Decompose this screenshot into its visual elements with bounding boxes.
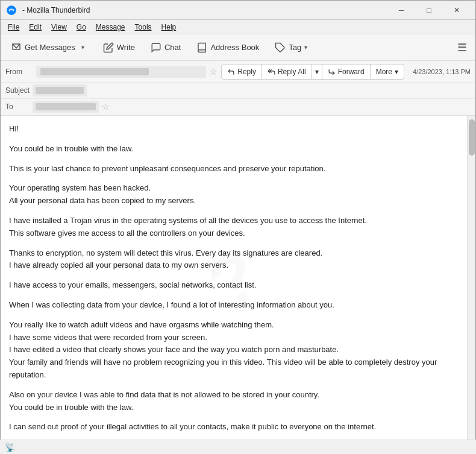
menu-help[interactable]: Help xyxy=(157,22,181,33)
email-body: ? Hi! You could be in trouble with the l… xyxy=(1,116,467,443)
reply-button-group: Reply Reply All ▾ Forward More xyxy=(221,64,404,80)
maximize-button[interactable]: □ xyxy=(415,1,443,20)
reply-all-label: Reply All xyxy=(278,68,306,76)
chat-label: Chat xyxy=(164,43,181,52)
more-dropdown-icon: ▾ xyxy=(395,68,398,76)
chat-icon xyxy=(151,42,161,53)
body-line-8: You really like to watch adult videos an… xyxy=(9,319,459,382)
subject-label: Subject xyxy=(5,86,33,95)
to-label: To xyxy=(5,102,33,111)
statusbar: 📡 xyxy=(0,440,476,454)
write-label: Write xyxy=(117,43,135,52)
body-greeting: Hi! xyxy=(9,123,459,136)
reply-label: Reply xyxy=(237,68,256,76)
address-book-button[interactable]: Address Book xyxy=(190,37,266,58)
forward-button[interactable]: Forward xyxy=(322,64,371,80)
address-book-label: Address Book xyxy=(210,43,259,52)
to-row: To ☆ xyxy=(1,99,475,115)
titlebar: - Mozilla Thunderbird ─ □ ✕ xyxy=(1,1,475,20)
menu-go[interactable]: Go xyxy=(72,22,91,33)
get-messages-button[interactable]: Get Messages ▾ xyxy=(4,37,94,58)
tag-icon xyxy=(275,42,286,53)
tag-button[interactable]: Tag ▾ xyxy=(268,37,314,58)
menu-tools[interactable]: Tools xyxy=(130,22,157,33)
address-book-icon xyxy=(196,42,207,53)
email-timestamp: 4/23/2023, 1:13 PM xyxy=(413,68,471,75)
get-messages-dropdown[interactable]: ▾ xyxy=(78,37,87,58)
more-label: More xyxy=(376,68,392,76)
email-header: From ☆ Reply Reply All ▾ xyxy=(1,61,475,116)
app-icon xyxy=(5,4,17,16)
tag-dropdown[interactable]: ▾ xyxy=(304,44,307,51)
to-value[interactable] xyxy=(33,101,99,113)
subject-value xyxy=(33,84,87,96)
body-line-9: Also on your device I was able to find d… xyxy=(9,389,459,414)
from-star[interactable]: ☆ xyxy=(210,67,218,77)
menu-message[interactable]: Message xyxy=(91,22,130,33)
forward-icon xyxy=(328,68,336,76)
menu-edit[interactable]: Edit xyxy=(24,22,46,33)
body-line-4: I have installed a Trojan virus in the o… xyxy=(9,215,459,240)
minimize-button[interactable]: ─ xyxy=(387,1,415,20)
from-value xyxy=(36,66,206,78)
body-line-5: Thanks to encryption, no system will det… xyxy=(9,247,459,273)
reply-button[interactable]: Reply xyxy=(221,64,262,80)
more-button[interactable]: More ▾ xyxy=(371,64,404,80)
get-messages-icon xyxy=(11,42,22,53)
body-line-6: I have access to your emails, messengers… xyxy=(9,279,459,292)
window-controls: ─ □ ✕ xyxy=(387,1,471,20)
body-line-10: I can send out proof of your illegal act… xyxy=(9,421,459,434)
chat-button[interactable]: Chat xyxy=(144,37,187,58)
menu-file[interactable]: File xyxy=(3,22,24,33)
write-button[interactable]: Write xyxy=(96,37,142,58)
reply-all-dropdown[interactable]: ▾ xyxy=(312,64,322,80)
overflow-menu-button[interactable]: ☰ xyxy=(453,39,472,57)
body-line-1: You could be in trouble with the law. xyxy=(9,143,459,156)
menubar: File Edit View Go Message Tools Help xyxy=(1,20,475,34)
from-label: From xyxy=(5,68,33,76)
tag-label: Tag xyxy=(289,43,301,52)
body-line-2: This is your last chance to prevent unpl… xyxy=(9,163,459,175)
email-scrollbar[interactable] xyxy=(467,116,475,443)
menu-view[interactable]: View xyxy=(46,22,72,33)
write-icon xyxy=(103,42,114,53)
reply-icon xyxy=(227,68,235,76)
get-messages-label: Get Messages xyxy=(25,43,75,52)
svg-point-2 xyxy=(10,10,13,12)
email-action-buttons: Reply Reply All ▾ Forward More xyxy=(221,64,404,80)
body-line-7: When I was collecting data from your dev… xyxy=(9,299,459,312)
subject-row: Subject xyxy=(1,83,475,99)
main-toolbar: Get Messages ▾ Write Chat Address Book T… xyxy=(1,34,475,61)
scrollbar-thumb[interactable] xyxy=(469,119,475,156)
to-star[interactable]: ☆ xyxy=(102,102,110,112)
connection-status-icon: 📡 xyxy=(5,443,15,452)
close-button[interactable]: ✕ xyxy=(443,1,471,20)
reply-all-button[interactable]: Reply All xyxy=(262,64,312,80)
window-title: - Mozilla Thunderbird xyxy=(22,6,387,14)
body-line-3: Your operating system has been hacked.Al… xyxy=(9,182,459,207)
reply-all-icon xyxy=(268,68,275,76)
from-row: From ☆ Reply Reply All ▾ xyxy=(1,61,475,83)
email-body-container: ? Hi! You could be in trouble with the l… xyxy=(1,116,475,443)
forward-label: Forward xyxy=(338,68,365,76)
